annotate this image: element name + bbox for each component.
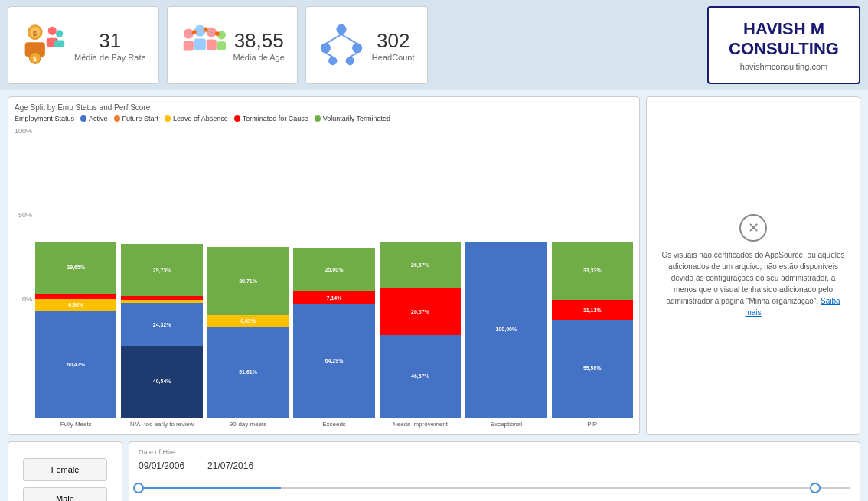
seg-needs-blue: 46,67%: [380, 335, 461, 417]
legend-voluntarily-dot: [315, 115, 321, 122]
legend-leave-label: Leave of Absence: [173, 115, 228, 122]
svg-text:$: $: [33, 30, 38, 37]
saiba-mais-link[interactable]: Saiba mais: [745, 297, 840, 317]
seg-pip-green: 33,33%: [552, 242, 633, 301]
seg-na-darkblue: 40,54%: [121, 346, 202, 417]
bar-x-label-fully: Fully Meets: [60, 421, 92, 428]
legend-terminated-label: Terminated for Cause: [243, 115, 308, 122]
svg-point-6: [56, 30, 63, 37]
bar-x-label-90day: 90-day meets: [230, 421, 266, 428]
headcount-metric-text: 302 HeadCount: [372, 29, 415, 62]
chart-legend: Employment Status Active Future Start Le…: [15, 115, 633, 122]
seg-90day-yellow: 6,45%: [207, 315, 289, 327]
bar-x-label-exceeds: Exceeds: [322, 421, 346, 428]
legend-active-dot: [80, 115, 86, 122]
seg-na-green: 29,73%: [121, 244, 202, 296]
age-metric-text: 38,55 Média de Age: [233, 29, 285, 62]
bar-x-label-needs: Needs Improvement: [393, 421, 448, 428]
date-start: 09/01/2006: [139, 460, 184, 471]
female-button[interactable]: Female: [23, 458, 107, 481]
seg-pip-blue: 55,56%: [552, 320, 633, 418]
chart-title: Age Split by Emp Status and Perf Score: [15, 103, 633, 112]
slider-fill: [139, 487, 281, 489]
slider-thumb-right[interactable]: [810, 483, 821, 493]
seg-exceeds-red: 7,14%: [293, 291, 374, 304]
seg-fully-red: [35, 294, 116, 299]
chart-panel: Age Split by Emp Status and Perf Score E…: [8, 96, 640, 435]
svg-point-28: [345, 57, 354, 65]
bottom-area: Female Male Date of Hire 09/01/2006 21/0…: [0, 441, 868, 501]
bar-exceeds: 25,00% 7,14% 64,29% Exceeds: [293, 242, 374, 428]
legend-terminated-cause: Terminated for Cause: [234, 115, 308, 122]
legend-active-label: Active: [89, 115, 108, 122]
stacked-bar-90day: 38,71% 6,45% 51,61%: [207, 242, 289, 418]
legend-active: Active: [80, 115, 108, 122]
legend-terminated-dot: [234, 115, 240, 122]
svg-rect-13: [194, 39, 205, 50]
male-button[interactable]: Male: [23, 487, 107, 501]
seg-fully-yellow: 6,98%: [35, 299, 116, 311]
error-text: Os visuais não certificados do AppSource…: [659, 249, 847, 318]
svg-line-30: [341, 34, 357, 44]
legend-employment-label: Employment Status: [15, 115, 74, 122]
age-icon: [180, 22, 226, 68]
legend-voluntarily: Voluntarily Terminated: [315, 115, 390, 122]
stacked-bar-na: 29,73% 24,32% 40,54%: [121, 242, 202, 418]
legend-future-dot: [114, 115, 120, 122]
date-hire-panel: Date of Hire 09/01/2006 21/07/2016: [129, 441, 860, 501]
svg-line-31: [325, 53, 332, 57]
bars-area: 29,65% 6,98% 60,47% Fully Meets 29,73% 2…: [35, 127, 633, 428]
bar-fully-meets: 29,65% 6,98% 60,47% Fully Meets: [35, 242, 116, 428]
bar-needs: 26,67% 26,67% 46,67% Needs Improvement: [380, 242, 461, 428]
svg-rect-11: [183, 41, 193, 50]
right-panel: ✕ Os visuais não certificados do AppSour…: [646, 96, 860, 435]
stacked-bar-needs: 26,67% 26,67% 46,67%: [380, 242, 461, 418]
gender-panel: Female Male: [8, 441, 122, 501]
age-card: 38,55 Média de Age: [167, 6, 298, 84]
main-area: Age Split by Emp Status and Perf Score E…: [0, 90, 868, 441]
bar-x-label-na: N/A- too early to review: [130, 421, 194, 428]
age-value: 38,55: [234, 29, 284, 53]
bar-pip: 33,33% 11,11% 55,56% PIP: [552, 242, 633, 428]
seg-exceeds-green: 25,00%: [293, 248, 374, 292]
bar-x-label-exceptional: Exceptional: [491, 421, 522, 428]
svg-rect-7: [54, 40, 64, 47]
headcount-icon: [318, 22, 364, 68]
headcount-card: 302 HeadCount: [305, 6, 428, 84]
svg-point-4: [48, 27, 57, 35]
logo-url: havishmconsulting.com: [740, 62, 827, 71]
legend-leave-dot: [165, 115, 171, 122]
svg-point-21: [192, 30, 197, 34]
date-end: 21/07/2016: [207, 460, 253, 471]
legend-voluntarily-label: Voluntarily Terminated: [323, 115, 390, 122]
bar-na: 29,73% 24,32% 40,54% N/A- too early to r…: [121, 242, 202, 428]
seg-exceptional-blue: 100,00%: [465, 242, 547, 418]
stacked-bar-fully-meets: 29,65% 6,98% 60,47%: [35, 242, 116, 418]
pay-rate-metric-text: 31 Média de Pay Rate: [74, 29, 146, 62]
legend-leave: Leave of Absence: [165, 115, 228, 122]
svg-point-25: [321, 43, 331, 53]
seg-fully-blue: 60,47%: [35, 311, 116, 418]
slider-track: [139, 487, 850, 489]
date-slider[interactable]: [139, 480, 850, 496]
logo-title: HAVISH MCONSULTING: [729, 19, 839, 60]
age-label: Média de Age: [233, 53, 285, 62]
svg-text:$: $: [33, 55, 37, 63]
stacked-bar-pip: 33,33% 11,11% 55,56%: [552, 242, 633, 418]
legend-future-label: Future Start: [122, 115, 159, 122]
seg-pip-red: 11,11%: [552, 300, 633, 320]
pay-rate-label: Média de Pay Rate: [74, 53, 146, 62]
stacked-bar-exceeds: 25,00% 7,14% 64,29%: [293, 242, 374, 418]
pay-rate-card: $ $ 31 Média de Pay Rate: [8, 6, 159, 84]
pay-rate-value: 31: [99, 29, 121, 53]
headcount-label: HeadCount: [372, 53, 415, 62]
svg-point-22: [204, 28, 208, 32]
bar-90day: 38,71% 6,45% 51,61% 90-day meets: [207, 242, 289, 428]
stacked-bar-exceptional: 100,00%: [465, 242, 547, 418]
slider-thumb-left[interactable]: [133, 483, 144, 493]
seg-exceeds-blue: 64,29%: [293, 304, 374, 418]
chart-content: 100% 50% 0% 29,65% 6,98% 60,47% Fully Me…: [15, 127, 633, 428]
y-axis: 100% 50% 0%: [15, 127, 35, 303]
bar-x-label-pip: PIP: [587, 421, 597, 428]
date-values: 09/01/2006 21/07/2016: [139, 460, 850, 471]
